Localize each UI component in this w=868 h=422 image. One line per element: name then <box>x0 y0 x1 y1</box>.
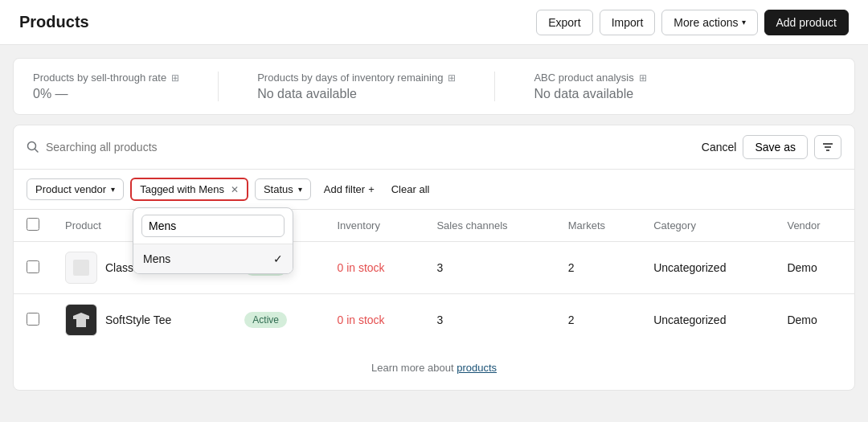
chevron-down-icon: ▾ <box>742 18 746 27</box>
info-icon-3: ⊞ <box>639 72 647 84</box>
metric-inventory-value: No data available <box>257 87 456 101</box>
metric-sell-through-label: Products by sell-through rate ⊞ <box>33 72 179 84</box>
metric-inventory-days: Products by days of inventory remaining … <box>257 72 456 101</box>
page-title: Products <box>19 13 89 31</box>
plus-icon: + <box>368 183 375 195</box>
col-sales-channels: Sales channels <box>424 210 555 242</box>
metric-sell-through-value: 0% — <box>33 87 179 101</box>
sales-channels-cell: 3 <box>424 242 555 294</box>
sort-button[interactable] <box>814 135 841 159</box>
metrics-bar: Products by sell-through rate ⊞ 0% — Pro… <box>13 58 855 115</box>
col-category: Category <box>641 210 774 242</box>
metric-abc: ABC product analysis ⊞ No data available <box>534 72 646 101</box>
select-all-header <box>14 210 52 242</box>
svg-line-1 <box>35 150 39 153</box>
col-vendor: Vendor <box>774 210 854 242</box>
col-inventory: Inventory <box>324 210 424 242</box>
inventory-cell: 0 in stock <box>324 294 424 346</box>
status-filter[interactable]: Status ▾ <box>255 178 311 200</box>
export-button[interactable]: Export <box>536 10 592 35</box>
save-as-button[interactable]: Save as <box>743 135 808 159</box>
search-icon <box>27 141 39 154</box>
product-cell: SoftStyle Tee <box>52 294 231 346</box>
products-link[interactable]: products <box>457 362 497 374</box>
metric-sell-through: Products by sell-through rate ⊞ 0% — <box>33 72 179 101</box>
category-cell: Uncategorized <box>641 242 774 294</box>
inventory-cell: 0 in stock <box>324 242 424 294</box>
filter-bar: Product vendor ▾ Tagged with Mens ✕ Stat… <box>14 170 854 210</box>
filter-dropdown: Mens ✓ <box>133 207 293 274</box>
footer-note: Learn more about products <box>14 346 854 390</box>
row-checkbox[interactable] <box>27 260 39 273</box>
col-markets: Markets <box>555 210 641 242</box>
import-button[interactable]: Import <box>600 10 656 35</box>
status-chevron-icon: ▾ <box>298 185 302 194</box>
tagged-with-filter[interactable]: Tagged with Mens ✕ <box>130 178 248 201</box>
search-bar: Cancel Save as <box>14 125 854 170</box>
product-thumbnail <box>65 304 97 336</box>
main-content: Cancel Save as Product vendor ▾ Tagged w… <box>13 125 855 391</box>
filter-text-input[interactable] <box>141 215 285 237</box>
row-checkbox-cell <box>14 242 52 294</box>
more-actions-button[interactable]: More actions ▾ <box>661 10 757 35</box>
status-cell: Active <box>231 294 324 346</box>
vendor-cell: Demo <box>774 242 854 294</box>
inventory-link[interactable]: 0 in stock <box>337 261 384 274</box>
info-icon-2: ⊞ <box>448 72 456 84</box>
filter-option-mens[interactable]: Mens ✓ <box>133 244 293 273</box>
search-actions: Cancel Save as <box>702 135 841 159</box>
markets-cell: 2 <box>555 294 641 346</box>
inventory-link[interactable]: 0 in stock <box>337 313 384 326</box>
metric-divider-2 <box>494 72 495 101</box>
remove-filter-icon[interactable]: ✕ <box>231 184 239 195</box>
row-checkbox[interactable] <box>27 313 39 326</box>
info-icon: ⊞ <box>171 72 179 84</box>
markets-cell: 2 <box>555 242 641 294</box>
table-row: SoftStyle Tee Active 0 in stock 3 2 Unca… <box>14 294 854 346</box>
metric-divider-1 <box>218 72 219 101</box>
product-thumbnail <box>65 252 97 284</box>
add-filter-button[interactable]: Add filter + <box>317 179 381 199</box>
status-badge: Active <box>244 312 287 328</box>
vendor-cell: Demo <box>774 294 854 346</box>
metric-abc-label: ABC product analysis ⊞ <box>534 72 646 84</box>
sales-channels-cell: 3 <box>424 294 555 346</box>
add-product-button[interactable]: Add product <box>764 10 850 35</box>
clear-all-button[interactable]: Clear all <box>387 179 434 199</box>
row-checkbox-cell <box>14 294 52 346</box>
vendor-chevron-icon: ▾ <box>111 185 115 194</box>
product-vendor-filter[interactable]: Product vendor ▾ <box>27 178 124 200</box>
svg-rect-5 <box>73 260 89 276</box>
product-name[interactable]: SoftStyle Tee <box>105 313 171 326</box>
check-icon: ✓ <box>273 252 283 265</box>
select-all-checkbox[interactable] <box>27 218 39 231</box>
search-input[interactable] <box>46 141 695 154</box>
cancel-button[interactable]: Cancel <box>702 135 737 159</box>
metric-inventory-label: Products by days of inventory remaining … <box>257 72 456 84</box>
top-actions: Export Import More actions ▾ Add product <box>536 10 849 35</box>
top-bar: Products Export Import More actions ▾ Ad… <box>0 0 868 45</box>
metric-abc-value: No data available <box>534 87 646 101</box>
filter-input-wrap <box>133 208 293 244</box>
category-cell: Uncategorized <box>641 294 774 346</box>
